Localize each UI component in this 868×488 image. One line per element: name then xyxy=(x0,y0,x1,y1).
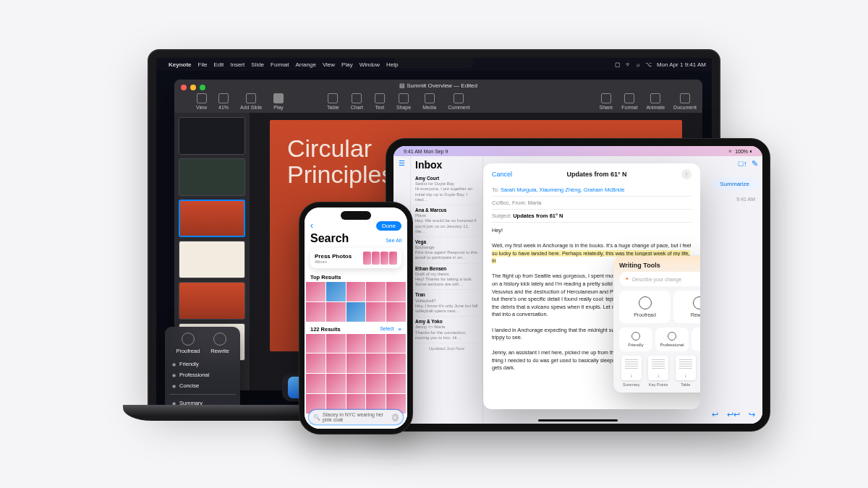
menu-insert[interactable]: Insert xyxy=(230,61,244,68)
mail-timestamp: 9:41 AM xyxy=(736,197,755,202)
slide-title-line2: Principles xyxy=(287,160,393,188)
slide-thumb-2[interactable] xyxy=(179,158,245,196)
album-subtitle: Album xyxy=(315,260,352,264)
wt-proofread-button[interactable]: Proofread xyxy=(176,333,200,354)
add-slide-button[interactable]: Add Slide xyxy=(240,93,262,110)
compose-title: Updates from 61° N xyxy=(566,171,626,178)
play-button[interactable]: Play xyxy=(273,93,284,110)
format-inspector-button[interactable]: Format xyxy=(621,93,637,110)
results-grid[interactable] xyxy=(305,334,407,414)
wt-rewrite-button[interactable]: Rewrite xyxy=(673,291,700,323)
back-button[interactable]: ‹ xyxy=(310,221,313,231)
wt-professional-button[interactable]: Professional xyxy=(655,328,689,351)
menu-view[interactable]: View xyxy=(323,61,335,68)
writing-tools-popover-mac: Proofread Rewrite Friendly Professional … xyxy=(165,327,240,405)
mail-item[interactable]: Ethan BensenDraft of my thesisHey! Thank… xyxy=(415,264,478,291)
slide-thumb-5[interactable] xyxy=(179,282,245,320)
album-result-card[interactable]: Press Photos Album xyxy=(310,248,401,268)
wifi-icon: ᯤ xyxy=(626,61,631,68)
battery-icon: ▢ xyxy=(615,61,621,68)
reply-all-icon[interactable]: ↩↩ xyxy=(727,410,740,419)
ipad-status-bar: 9:41 AM Mon Sep 9 ᯤ 100% ▮ xyxy=(393,146,762,156)
share-button[interactable]: Share xyxy=(600,93,613,110)
wt-keypoints-button[interactable]: Key Points xyxy=(647,356,671,387)
ipad-frame: 9:41 AM Mon Sep 9 ᯤ 100% ▮ ☰ ✎ Inbox Amy… xyxy=(386,139,770,431)
sidebar-toggle-icon[interactable]: ☰ xyxy=(399,159,405,167)
mac-menubar: Keynote File Edit Insert Slide Format Ar… xyxy=(156,58,712,71)
filter-icon[interactable]: ≡ xyxy=(399,326,401,333)
menu-arrange[interactable]: Arrange xyxy=(295,61,315,68)
compose-new-icon[interactable]: ✎ xyxy=(752,159,758,168)
wt-table-button[interactable]: Table xyxy=(673,356,698,387)
wt-summary-button[interactable]: Summary xyxy=(171,398,234,405)
share-icon[interactable]: □↑ xyxy=(739,159,747,168)
photos-search-field[interactable]: Stacey in NYC wearing her pink coat xyxy=(309,410,403,424)
menu-play[interactable]: Play xyxy=(341,61,353,68)
insert-text-button[interactable]: Text xyxy=(375,93,385,110)
slide-thumb-4[interactable] xyxy=(179,241,245,278)
compose-to-field[interactable]: To: Sarah Murguia, Xiaomeng Zheng, Graha… xyxy=(492,184,692,197)
menu-help[interactable]: Help xyxy=(386,61,398,68)
mail-item[interactable]: Amy CourtSetlist for Doyle BayHi everyon… xyxy=(415,174,478,205)
photos-search-text: Stacey in NYC wearing her pink coat xyxy=(323,412,392,422)
menu-slide[interactable]: Slide xyxy=(251,61,264,68)
compose-subject-field[interactable]: Subject: Updates from 61° N xyxy=(492,210,692,223)
slide-thumb-3[interactable] xyxy=(179,200,245,237)
wt-concise-button[interactable]: Concise xyxy=(171,380,234,391)
done-button[interactable]: Done xyxy=(376,221,401,231)
dynamic-island xyxy=(341,211,371,220)
document-title-icon: ▤ xyxy=(399,82,407,89)
slide-title-line1: Circular xyxy=(287,134,372,162)
ipad-home-indicator[interactable] xyxy=(538,419,618,421)
insert-media-button[interactable]: Media xyxy=(422,93,436,110)
writing-tools-popover-ipad: Writing Tools Describe your change Proof… xyxy=(613,256,700,393)
reply-icon[interactable]: ↩ xyxy=(712,410,718,419)
menu-file[interactable]: File xyxy=(198,61,208,68)
top-results-grid[interactable] xyxy=(305,282,407,322)
forward-icon[interactable]: ↪ xyxy=(749,410,755,419)
comment-button[interactable]: Comment xyxy=(448,93,469,110)
view-menu-button[interactable]: View xyxy=(196,93,207,110)
document-title: Summit Overview — Edited xyxy=(407,82,477,89)
control-center-icon[interactable]: ⌥ xyxy=(645,61,652,68)
wt-professional-button[interactable]: Professional xyxy=(171,369,234,380)
animate-inspector-button[interactable]: Animate xyxy=(646,93,665,110)
summarize-button[interactable]: Summarize xyxy=(713,178,757,190)
wt-friendly-button[interactable]: Friendly xyxy=(171,359,234,369)
zoom-button[interactable]: 41% xyxy=(218,93,229,110)
mail-item[interactable]: VegaExchangeFirst time again! Respond to… xyxy=(415,237,478,264)
wt-describe-placeholder: Describe your change xyxy=(632,277,681,282)
search-icon[interactable]: ⌕ xyxy=(637,61,640,68)
results-count: 122 Results xyxy=(310,326,341,333)
compose-send-button[interactable]: ↑ xyxy=(681,169,692,179)
menu-format[interactable]: Format xyxy=(271,61,289,68)
magnifier-icon xyxy=(639,296,652,309)
document-inspector-button[interactable]: Document xyxy=(673,93,697,110)
menu-window[interactable]: Window xyxy=(359,61,380,68)
menu-edit[interactable]: Edit xyxy=(213,61,224,68)
wt-proofread-button[interactable]: Proofread xyxy=(619,291,671,323)
compose-cancel-button[interactable]: Cancel xyxy=(492,171,512,178)
mail-item[interactable]: Ana & MarcusPlansHey. We would be so hon… xyxy=(415,205,478,237)
select-button[interactable]: Select xyxy=(380,326,393,333)
rewrite-icon xyxy=(693,296,701,309)
keynote-toolbar: ▤ Summit Overview — Edited View 41% Add … xyxy=(174,80,702,113)
insert-shape-button[interactable]: Shape xyxy=(396,93,411,110)
mail-item[interactable]: Amy & YokoJenny <> MarlaThanks for the c… xyxy=(415,317,478,343)
wt-friendly-button[interactable]: Friendly xyxy=(619,328,652,351)
photos-search-title: Search xyxy=(310,232,349,245)
mail-message-list[interactable]: Inbox Amy CourtSetlist for Doyle BayHi e… xyxy=(411,156,483,424)
see-all-link[interactable]: See All xyxy=(386,238,401,243)
wt-rewrite-button[interactable]: Rewrite xyxy=(210,333,229,354)
inbox-title: Inbox xyxy=(415,159,478,171)
mail-item[interactable]: TranVolleyball?Hey, I know it's only Jun… xyxy=(415,290,478,317)
wt-concise-button[interactable]: Concise xyxy=(692,328,700,351)
compose-ccbcc-field[interactable]: Cc/Bcc, From: Marla xyxy=(492,197,692,210)
slide-thumb-1[interactable] xyxy=(179,117,245,155)
insert-chart-button[interactable]: Chart xyxy=(351,93,363,110)
ipad-status-time: 9:41 AM Mon Sep 9 xyxy=(404,149,448,154)
wt-describe-input[interactable]: Describe your change xyxy=(619,272,700,286)
insert-table-button[interactable]: Table xyxy=(327,93,339,110)
menubar-app[interactable]: Keynote xyxy=(169,61,192,68)
wt-summary-button[interactable]: Summary xyxy=(619,356,644,387)
